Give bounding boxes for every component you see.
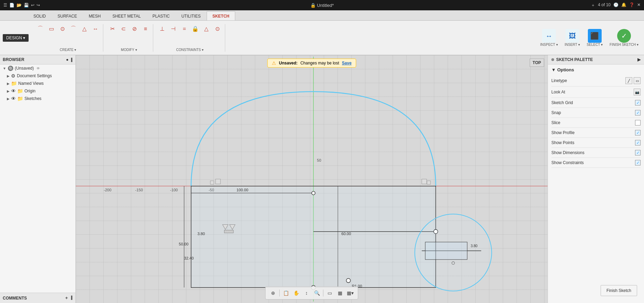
option-show-profile: Show Profile ✓ — [551, 128, 641, 138]
arrow-sketches: ▶ — [7, 97, 10, 101]
tab-solid[interactable]: SOLID — [28, 11, 52, 20]
options-label: Options — [557, 67, 574, 72]
mirror-tool[interactable]: ⊘ — [129, 24, 139, 34]
show-constraints-label: Show Constraints — [551, 160, 584, 165]
sep1 — [279, 290, 280, 296]
redo-btn[interactable]: ↪ — [37, 3, 40, 8]
browser-pin[interactable]: ● — [66, 57, 69, 62]
pan-btn[interactable]: ✋ — [291, 288, 301, 298]
help-icon[interactable]: ❓ — [629, 2, 634, 8]
bottom-toolbar: ⊕ 📋 ✋ ↕ 🔍 ▭ ▦ ▦▾ — [265, 286, 358, 300]
icon-unsaved: 🔘 — [8, 65, 13, 71]
show-points-checkbox[interactable]: ✓ — [635, 140, 641, 145]
new-btn[interactable]: 📄 — [9, 3, 14, 8]
linetype-icon1[interactable]: ╱ — [625, 77, 632, 84]
browser-item-origin[interactable]: ▶ 👁 📁 Origin — [0, 87, 75, 95]
add-tab-btn[interactable]: ＋ — [591, 2, 595, 8]
fix-tool[interactable]: 🔒 — [190, 24, 200, 34]
constraints-label[interactable]: CONSTRAINTS ▾ — [176, 48, 204, 52]
concentric-tool[interactable]: ⊙ — [212, 24, 222, 34]
undo-btn[interactable]: ↩ — [31, 3, 34, 8]
finish-sketch-toolbar-button[interactable]: ✓ FINISH SKETCH ▾ — [607, 28, 641, 48]
save-btn[interactable]: 💾 — [24, 3, 29, 8]
offset-tool[interactable]: ⊂ — [118, 24, 128, 34]
svg-text:3.80: 3.80 — [197, 232, 205, 236]
tab-plastic[interactable]: PLASTIC — [147, 11, 176, 20]
create-label[interactable]: CREATE ▾ — [60, 48, 76, 52]
tab-mesh[interactable]: MESH — [83, 11, 107, 20]
dim-tool[interactable]: ↔ — [91, 24, 100, 34]
browser-item-named-views[interactable]: ▶ 📁 Named Views — [0, 80, 75, 87]
create-group: ⌒ ▭ ⊙ ⌒ △ ↔ CREATE ▾ — [33, 24, 103, 52]
select-button[interactable]: ⬛ SELECT ▾ — [584, 28, 606, 48]
comments-collapse[interactable]: ‖ — [71, 295, 73, 301]
orbit-btn[interactable]: ↕ — [302, 288, 311, 298]
inspect-button[interactable]: ↔ INSPECT ▾ — [538, 28, 561, 48]
close-btn[interactable]: ✕ — [637, 2, 641, 8]
constraints-group: ⊥ ⊣ = 🔒 △ ⊙ CONSTRAINTS ▾ — [155, 24, 225, 52]
svg-rect-18 — [427, 181, 430, 184]
show-points-label: Show Points — [551, 140, 574, 145]
perp-tool[interactable]: ⊥ — [157, 24, 167, 34]
open-btn[interactable]: 📂 — [17, 3, 22, 8]
tab-utilities[interactable]: UTILITIES — [176, 11, 207, 20]
show-constraints-checkbox[interactable]: ✓ — [635, 160, 641, 165]
sym-tool[interactable]: △ — [201, 24, 211, 34]
snap-btn[interactable]: ⊕ — [268, 288, 278, 298]
show-dimensions-checkbox[interactable]: ✓ — [635, 150, 641, 155]
grid-btn[interactable]: ▦ — [335, 288, 345, 298]
zoom-btn[interactable]: 🔍 — [312, 288, 322, 298]
finish-sketch-toolbar-label: FINISH SKETCH ▾ — [610, 43, 638, 47]
insert-button[interactable]: 🖼 INSERT ▾ — [562, 28, 583, 48]
trim-tool[interactable]: ✂ — [107, 24, 117, 34]
right-tools: ↔ INSPECT ▾ 🖼 INSERT ▾ ⬛ SELECT ▾ ✓ FINI… — [538, 28, 641, 48]
titlebar-left: ☰ 📄 📂 💾 ↩ ↪ — [3, 3, 40, 8]
palette-header: SKETCH PALETTE ▶ — [548, 55, 644, 64]
comments-add[interactable]: ＋ — [64, 295, 69, 301]
display-btn[interactable]: ▭ — [325, 288, 334, 298]
view-btn[interactable]: ▦▾ — [345, 288, 355, 298]
browser-collapse[interactable]: ‖ — [71, 57, 73, 62]
sidebar: BROWSER ● ‖ ▼ 🔘 (Unsaved) 👁 ▶ ⚙ Document… — [0, 55, 76, 303]
toolbar: SOLID SURFACE MESH SHEET METAL PLASTIC U… — [0, 10, 644, 55]
linetype-icon2[interactable]: ▭ — [634, 77, 641, 84]
app-menu[interactable]: ☰ — [3, 3, 7, 8]
browser-item-doc-settings[interactable]: ▶ ⚙ Document Settings — [0, 72, 75, 80]
tangent-tool[interactable]: ⊣ — [168, 24, 178, 34]
show-profile-checkbox[interactable]: ✓ — [635, 130, 641, 135]
sketch-grid-checkbox[interactable]: ✓ — [635, 100, 641, 105]
arc-tool[interactable]: ⌒ — [69, 24, 78, 34]
options-arrow: ▼ — [551, 67, 556, 72]
svg-text:-200: -200 — [104, 188, 111, 192]
bell-icon[interactable]: 🔔 — [621, 2, 626, 8]
palette-expand[interactable]: ▶ — [637, 57, 641, 62]
design-button[interactable]: DESIGN ▾ — [3, 34, 29, 42]
circle-tool[interactable]: ⊙ — [58, 24, 67, 34]
clipboard-btn[interactable]: 📋 — [281, 288, 291, 298]
equal-tool[interactable]: = — [179, 24, 189, 34]
option-linetype: Linetype ╱ ▭ — [551, 75, 641, 87]
poly-tool[interactable]: △ — [80, 24, 89, 34]
tab-surface[interactable]: SURFACE — [52, 11, 83, 20]
browser-item-unsaved[interactable]: ▼ 🔘 (Unsaved) 👁 — [0, 64, 75, 72]
slice-checkbox[interactable] — [635, 120, 641, 125]
tab-sheet-metal[interactable]: SHEET METAL — [106, 11, 146, 20]
pattern-tool[interactable]: ≡ — [141, 24, 150, 34]
modify-label[interactable]: MODIFY ▾ — [121, 48, 137, 52]
unsaved-label: Unsaved: — [279, 61, 298, 65]
tab-sketch[interactable]: SKETCH — [207, 11, 235, 20]
svg-text:100.00: 100.00 — [237, 188, 248, 192]
line-tool[interactable]: ⌒ — [35, 24, 45, 34]
canvas[interactable]: ⚠ Unsaved: Changes may be lost Save TOP … — [76, 55, 548, 303]
svg-point-22 — [346, 279, 350, 283]
options-section: ▼ Options Linetype ╱ ▭ Look At 📷 Sk — [548, 64, 644, 171]
save-link[interactable]: Save — [342, 61, 352, 65]
insert-label: INSERT ▾ — [565, 43, 580, 47]
look-at-icon[interactable]: 📷 — [634, 89, 641, 95]
svg-text:-100: -100 — [170, 188, 178, 192]
rect-tool[interactable]: ▭ — [46, 24, 56, 34]
snap-checkbox[interactable]: ✓ — [635, 110, 641, 115]
comments-bar: COMMENTS ＋ ‖ — [0, 293, 75, 303]
browser-item-sketches[interactable]: ▶ 👁 📁 Sketches — [0, 95, 75, 102]
finish-sketch-button[interactable]: Finish Sketch — [601, 285, 637, 296]
